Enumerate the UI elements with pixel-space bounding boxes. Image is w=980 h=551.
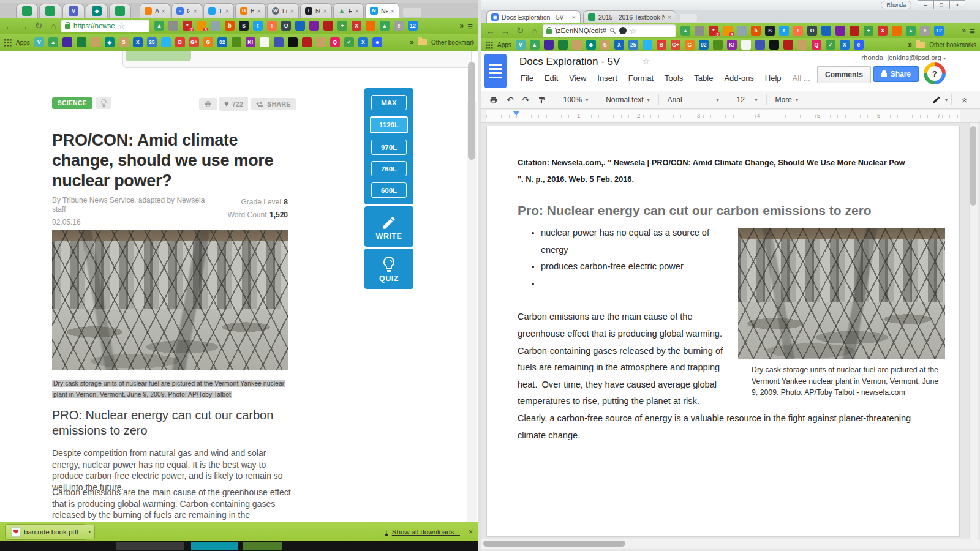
bookmarks-overflow-icon[interactable]: »: [908, 40, 913, 49]
favicon-icon[interactable]: 12: [934, 26, 944, 36]
tab-am[interactable]: Am ×: [140, 3, 170, 18]
forward-icon[interactable]: →: [499, 26, 512, 36]
print-icon[interactable]: [489, 96, 498, 104]
favicon-icon[interactable]: !: [267, 21, 277, 31]
favicon-icon[interactable]: e: [372, 37, 382, 47]
apps-grid-icon[interactable]: [485, 41, 493, 49]
favicon-icon[interactable]: [295, 21, 305, 31]
favicon-icon[interactable]: [260, 37, 270, 47]
pinned-tab[interactable]: [39, 4, 61, 18]
menu-help[interactable]: Help: [765, 73, 782, 83]
document-title[interactable]: Docs Exploration - 5V: [519, 56, 620, 68]
menu-edit[interactable]: Edit: [545, 73, 558, 83]
star-document-icon[interactable]: ☆: [642, 56, 650, 67]
favicon-icon[interactable]: [797, 40, 807, 50]
more-toolbar-select[interactable]: More▾: [775, 96, 798, 104]
forward-icon[interactable]: →: [17, 21, 31, 31]
tab-close-icon[interactable]: ×: [290, 7, 294, 15]
category-badge[interactable]: SCIENCE: [52, 97, 92, 109]
new-tab-button[interactable]: [403, 8, 421, 17]
bookmark-star-icon[interactable]: ☆: [630, 26, 637, 36]
favicon-icon[interactable]: e: [854, 40, 864, 50]
bookmark-star-icon[interactable]: ☆: [118, 21, 126, 31]
tab-close-icon[interactable]: ×: [355, 7, 359, 15]
menu-view[interactable]: View: [569, 73, 586, 83]
bookmark-favicons[interactable]: V▲◆SX25BG+G02K!Q✓Xe: [516, 40, 904, 50]
tab-close-icon[interactable]: ×: [162, 7, 165, 15]
favicon-icon[interactable]: G: [685, 40, 695, 50]
search-icon[interactable]: [609, 28, 616, 34]
tab-twitter[interactable]: Twe ×: [203, 3, 234, 18]
font-size-select[interactable]: 12▾: [737, 96, 758, 104]
menu-icon[interactable]: ≡: [970, 26, 975, 36]
close-button[interactable]: ×: [949, 0, 965, 9]
favicon-icon[interactable]: S: [119, 37, 129, 47]
menu-file[interactable]: File: [521, 73, 533, 83]
favicon-icon[interactable]: [695, 26, 704, 36]
write-button[interactable]: WRITE: [364, 206, 413, 247]
vertical-scrollbar-thumb[interactable]: [970, 126, 976, 206]
pinned-tab[interactable]: [109, 4, 131, 18]
tab-newsela-active[interactable]: N New ×: [365, 3, 399, 18]
address-bar[interactable]: )zEenNNQ/edit# ☆: [543, 24, 676, 37]
horizontal-scrollbar-thumb[interactable]: [483, 541, 625, 547]
favicon-icon[interactable]: [232, 37, 241, 47]
favicon-icon[interactable]: K!: [246, 37, 255, 47]
favicon-icon[interactable]: O: [807, 26, 817, 36]
extension-icons[interactable]: ▲*23bSt!O+X▲e12: [677, 26, 961, 36]
extension-icons[interactable]: ▲*23bSt!O+X▲e12: [151, 21, 459, 31]
favicon-icon[interactable]: [161, 37, 171, 47]
tab-sheets[interactable]: 2015 - 2016 Textbook Nee ×: [583, 10, 676, 23]
favicon-icon[interactable]: S: [239, 21, 249, 31]
favicon-icon[interactable]: K!: [727, 40, 737, 50]
favicon-icon[interactable]: [737, 26, 747, 36]
doc-photo[interactable]: [738, 228, 945, 359]
favicon-icon[interactable]: V: [516, 40, 526, 50]
favicon-icon[interactable]: [572, 40, 582, 50]
favicon-icon[interactable]: [558, 40, 568, 50]
apps-label[interactable]: Apps: [497, 42, 511, 48]
favicon-icon[interactable]: ▲: [530, 40, 540, 50]
print-button[interactable]: [199, 98, 217, 110]
show-all-downloads-link[interactable]: Show all downloads...: [392, 528, 460, 536]
favicon-icon[interactable]: [741, 40, 751, 50]
favicon-icon[interactable]: ◆: [586, 40, 596, 50]
close-downloads-icon[interactable]: ×: [469, 528, 473, 536]
favicon-icon[interactable]: [22, 6, 32, 16]
favicon-icon[interactable]: [91, 37, 100, 47]
level-max-button[interactable]: MAX: [371, 95, 407, 110]
share-button[interactable]: SHARE: [251, 98, 296, 110]
level-760-button[interactable]: 760L: [371, 161, 407, 176]
level-600-button[interactable]: 600L: [371, 182, 407, 198]
bookmark-favicons[interactable]: V▲◆SX25BG+G02K!Q✓Xe: [34, 37, 406, 47]
favicon-icon[interactable]: [274, 37, 284, 47]
favicon-icon[interactable]: ▲: [380, 21, 390, 31]
quiz-button[interactable]: QUIZ: [364, 249, 413, 289]
indent-marker[interactable]: [513, 111, 519, 116]
back-icon[interactable]: ←: [484, 26, 497, 36]
taskbar-item[interactable]: [116, 542, 184, 550]
favicon-icon[interactable]: 02: [217, 37, 227, 47]
tab-close-icon[interactable]: ×: [194, 7, 197, 15]
download-options-caret[interactable]: ▾: [85, 525, 95, 539]
scrollbar-thumb[interactable]: [468, 62, 475, 160]
favicon-icon[interactable]: ▲: [680, 26, 690, 36]
apps-grid-icon[interactable]: [4, 39, 12, 47]
tab-50s[interactable]: T 50 S ×: [300, 3, 332, 18]
download-file-chip[interactable]: barcode book.pdf: [5, 524, 85, 540]
apps-label[interactable]: Apps: [16, 39, 30, 46]
favicon-icon[interactable]: 25: [147, 37, 157, 47]
overflow-icon[interactable]: »: [962, 26, 967, 35]
favicon-icon[interactable]: [892, 26, 902, 36]
favicon-icon[interactable]: !: [793, 26, 803, 36]
account-email[interactable]: rhonda_jenkins@ipsd.org ▾: [861, 54, 946, 61]
pinned-tab[interactable]: V: [62, 4, 85, 18]
menu-insert[interactable]: Insert: [597, 73, 617, 83]
favicon-icon[interactable]: Q: [812, 40, 821, 50]
mode-caret-icon[interactable]: ▾: [945, 97, 948, 103]
favicon-icon[interactable]: [850, 26, 859, 36]
tab-close-icon[interactable]: ×: [323, 7, 327, 15]
home-icon[interactable]: ⌂: [47, 21, 60, 31]
favicon-icon[interactable]: ◆: [92, 6, 102, 16]
favicon-icon[interactable]: *2: [183, 21, 192, 31]
